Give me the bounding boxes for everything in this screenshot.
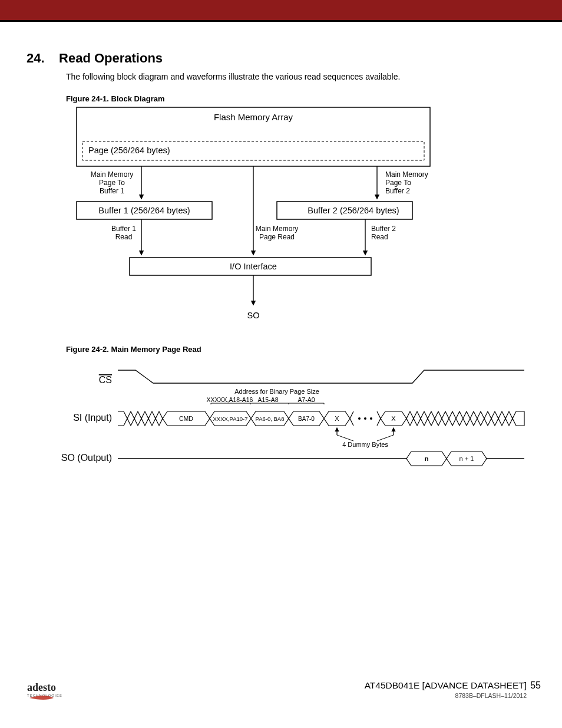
mm-to-buf1-l3: Buffer 1	[100, 187, 124, 195]
so-out-np1: n + 1	[459, 455, 474, 462]
svg-point-14	[364, 417, 366, 420]
caption-number: Figure 24-1.	[66, 94, 109, 103]
addr-seg3: A7-A0	[297, 396, 315, 403]
figure-24-2-diagram: CS Address for Binary Page Size XXXXX,A1…	[59, 360, 530, 480]
buffer2-label: Buffer 2 (256/264 bytes)	[308, 206, 399, 215]
svg-line-19	[377, 435, 394, 441]
part-number: AT45DB041E [ADVANCE DATASHEET]	[365, 680, 527, 691]
caption-title: Block Diagram	[111, 94, 165, 103]
figure-24-1-caption: Figure 24-1. Block Diagram	[66, 94, 165, 103]
dummy-bytes-note: 4 Dummy Bytes	[342, 441, 388, 448]
caption-title-2: Main Memory Page Read	[111, 345, 201, 354]
si-label: SI (Input)	[73, 413, 112, 423]
mm-to-buf1-l2: Page To	[99, 179, 125, 187]
page-label: Page (256/264 bytes)	[88, 146, 170, 155]
svg-point-15	[370, 417, 372, 420]
so-output-label: SO (Output)	[61, 453, 112, 463]
addr-seg2: A15-A8	[257, 396, 278, 403]
addr-cell-3: BA7-0	[298, 416, 315, 422]
dummy-x-1: X	[335, 415, 339, 422]
so-label: SO	[247, 311, 260, 320]
buf1-read-l1: Buffer 1	[111, 225, 136, 233]
section-heading: 24. Read Operations	[27, 51, 163, 66]
mm-to-buf2-l1: Main Memory	[385, 170, 428, 179]
section-number: 24.	[27, 51, 45, 65]
brand-logo: adesto TECHNOLOGIES	[27, 681, 80, 704]
mm-page-read-l2: Page Read	[259, 233, 295, 241]
so-out-n: n	[425, 455, 429, 462]
buf1-read-l2: Read	[115, 233, 133, 241]
addr-header: Address for Binary Page Size	[234, 388, 319, 395]
mm-to-buf2-l3: Buffer 2	[385, 187, 410, 195]
mm-to-buf1-l1: Main Memory	[91, 170, 134, 179]
doc-id: 8783B–DFLASH–11/2012	[455, 692, 527, 699]
intro-paragraph: The following block diagram and waveform…	[66, 72, 525, 81]
buf2-read-l1: Buffer 2	[371, 225, 396, 233]
buf2-read-l2: Read	[371, 233, 388, 241]
flash-memory-array-label: Flash Memory Array	[214, 112, 293, 122]
mm-page-read-l1: Main Memory	[256, 225, 299, 233]
mm-to-buf2-l2: Page To	[385, 179, 411, 187]
figure-24-2-caption: Figure 24-2. Main Memory Page Read	[66, 345, 201, 354]
svg-point-13	[358, 417, 361, 420]
io-interface-label: I/O Interface	[230, 262, 277, 271]
caption-number-2: Figure 24-2.	[66, 345, 109, 354]
addr-cell-2: PA6-0, BA8	[256, 416, 285, 422]
buffer1-label: Buffer 1 (256/264 bytes)	[98, 206, 190, 215]
svg-line-18	[337, 435, 353, 441]
dummy-x-2: X	[391, 415, 396, 422]
cmd-cell: CMD	[179, 415, 193, 422]
addr-cell-1: XXXX,PA10-7	[213, 416, 248, 422]
addr-seg1: XXXXX,A18-A16	[207, 396, 253, 403]
page-footer: adesto TECHNOLOGIES AT45DB041E [ADVANCE …	[0, 678, 562, 713]
cs-label: CS	[99, 375, 112, 385]
section-title: Read Operations	[59, 51, 163, 65]
figure-24-1-diagram: Flash Memory Array Page (256/264 bytes) …	[77, 107, 442, 334]
header-bar	[0, 0, 562, 22]
page-number: 55	[530, 680, 541, 691]
brand-main: adesto	[27, 681, 56, 693]
